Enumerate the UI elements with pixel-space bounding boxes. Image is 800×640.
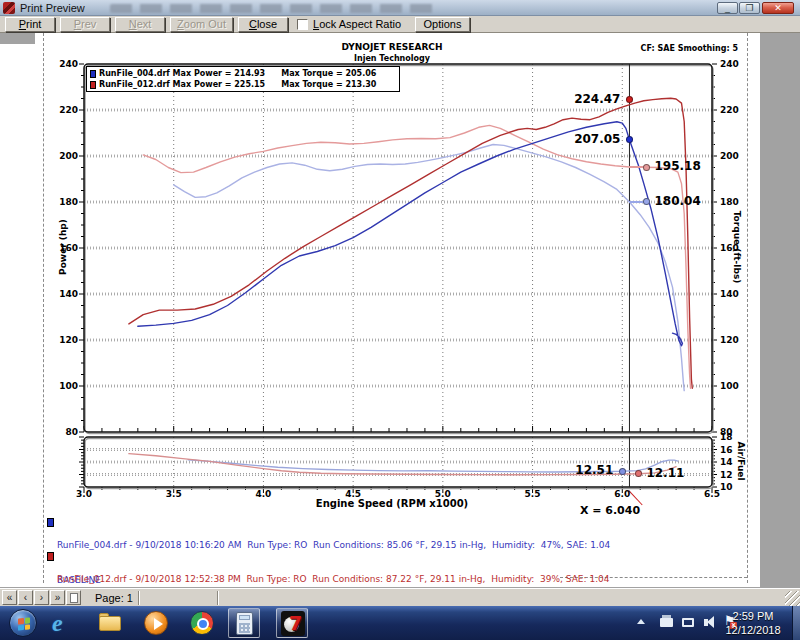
marker-value-label: 12.11: [646, 466, 712, 480]
statusbar: « ‹ › » Page: 1: [0, 588, 800, 606]
internet-explorer-icon[interactable]: e: [52, 611, 76, 635]
folder-body: [99, 616, 121, 631]
legend-text: RunFile_012.drf Max Power = 225.15Max To…: [99, 80, 376, 89]
report-page: DYNOJET RESEARCH Injen Technology CF: SA…: [0, 33, 760, 587]
first-page-button[interactable]: «: [2, 590, 17, 605]
marker-value-label: 224.47: [554, 92, 620, 106]
options-button[interactable]: Options: [415, 17, 470, 32]
marker-value-label: 12.51: [547, 463, 613, 477]
run2-conditions: RunFile_012.drf - 9/10/2018 12:52:38 PM …: [57, 574, 717, 586]
print-button[interactable]: Print: [5, 17, 55, 32]
titlebar: Print Preview _ ❐ ✕: [0, 0, 800, 16]
rpm-tick-label: 5.0: [429, 489, 457, 499]
marker-value-label: 207.05: [554, 132, 620, 146]
media-player-icon[interactable]: [144, 611, 168, 635]
tray-expand-icon[interactable]: [637, 619, 645, 624]
windows-logo-icon: [18, 617, 30, 630]
run1-color-chip: [47, 518, 54, 527]
play-glyph: [154, 618, 163, 630]
power-tick-label: 200: [50, 151, 78, 161]
show-desktop-button[interactable]: [792, 606, 800, 640]
airfuel-tick-label: 16: [720, 445, 748, 455]
page-icon: [70, 593, 78, 603]
rpm-tick-label: 5.5: [519, 489, 547, 499]
power-tick-label: 180: [50, 197, 78, 207]
close-preview-button[interactable]: Close: [238, 17, 288, 32]
legend-text: RunFile_004.drf Max Power = 214.93Max To…: [99, 69, 376, 78]
power-tick-label: 80: [50, 427, 78, 437]
maximize-button[interactable]: ❐: [739, 2, 760, 14]
power-torque-chart: [78, 64, 718, 438]
legend-row-baseline: RunFile_004.drf Max Power = 214.93Max To…: [90, 68, 396, 79]
page-number-label: Page: 1: [95, 592, 133, 604]
power-tick-label: 160: [50, 243, 78, 253]
dyno-app-taskbar-button[interactable]: 7: [276, 608, 308, 638]
chart-legend: RunFile_004.drf Max Power = 214.93Max To…: [86, 66, 400, 92]
close-window-button[interactable]: ✕: [762, 2, 794, 14]
curve-runfile-012-torque: [143, 125, 690, 388]
torque-tick-label: 160: [720, 243, 748, 253]
power-tick-label: 120: [50, 335, 78, 345]
title-document-name-blurred: [110, 4, 440, 13]
file-explorer-icon[interactable]: [98, 611, 122, 635]
minimize-button[interactable]: _: [717, 2, 738, 14]
legend-color-chip-blue: [90, 70, 96, 78]
legend-row-evo2200: RunFile_012.drf Max Power = 225.15Max To…: [90, 79, 396, 90]
last-page-button[interactable]: »: [50, 590, 65, 605]
rpm-tick-label: 6.5: [698, 489, 726, 499]
toolbar: Print Prev Next Zoom Out Close Lock Aspe…: [0, 16, 800, 33]
dyno-app-icon: 7: [281, 611, 305, 636]
network-tray-icon[interactable]: [682, 618, 694, 627]
rpm-tick-label: 3.0: [70, 489, 98, 499]
zoom-out-button[interactable]: Zoom Out: [170, 17, 233, 32]
next-page-button[interactable]: ›: [34, 590, 49, 605]
resize-grip[interactable]: [785, 591, 800, 606]
prev-button[interactable]: Prev: [60, 17, 110, 32]
rpm-tick-label: 6.0: [608, 489, 636, 499]
print-page-button[interactable]: [66, 590, 81, 605]
previous-page-button[interactable]: ‹: [18, 590, 33, 605]
airfuel-tick-label: 14: [720, 457, 748, 467]
volume-tray-icon-cone: [707, 616, 714, 628]
clock-time: 2:59 PM: [718, 609, 788, 623]
chrome-hub: [197, 618, 209, 630]
torque-tick-label: 220: [720, 105, 748, 115]
correction-factor-label: CF: SAE Smoothing: 5: [641, 44, 738, 53]
page-corner-gap: [0, 33, 35, 44]
lock-aspect-ratio-checkbox[interactable]: [297, 19, 308, 30]
legend-color-chip-red: [90, 81, 96, 89]
window-title: Print Preview: [20, 2, 85, 14]
taskbar: e 7 ⚑✕ 2:59 PM 12/12/2018: [0, 606, 800, 640]
airfuel-tick-label: 12: [720, 470, 748, 480]
power-tick-label: 220: [50, 105, 78, 115]
next-button[interactable]: Next: [115, 17, 165, 32]
power-tick-label: 240: [50, 59, 78, 69]
lock-aspect-ratio-label: Lock Aspect Ratio: [313, 18, 401, 31]
calculator-taskbar-button[interactable]: [228, 608, 260, 638]
chrome-icon[interactable]: [190, 611, 214, 635]
statusbar-separator: [138, 591, 140, 605]
marker-value-label: 195.18: [655, 159, 721, 173]
torque-tick-label: 200: [720, 151, 748, 161]
app-icon: [3, 2, 15, 14]
run1-conditions: RunFile_004.drf - 9/10/2018 10:16:20 AM …: [57, 540, 717, 552]
rpm-tick-label: 4.0: [249, 489, 277, 499]
run2-color-chip: [47, 552, 54, 561]
marker-dot: [643, 164, 650, 171]
screen: Print Preview _ ❐ ✕ Print Prev Next Zoom…: [0, 0, 800, 640]
start-button[interactable]: [9, 609, 37, 637]
rpm-tick-label: 4.5: [339, 489, 367, 499]
cursor-x-readout: X = 6.040: [570, 504, 650, 517]
torque-tick-label: 240: [720, 59, 748, 69]
statusbar-separator: [217, 591, 219, 605]
printer-tray-icon[interactable]: [660, 618, 673, 627]
torque-tick-label: 120: [720, 335, 748, 345]
torque-tick-label: 180: [720, 197, 748, 207]
clock-date: 12/12/2018: [718, 623, 788, 637]
marker-value-label: 180.04: [655, 194, 721, 208]
power-tick-label: 140: [50, 289, 78, 299]
marker-dot: [619, 468, 626, 475]
taskbar-clock[interactable]: 2:59 PM 12/12/2018: [718, 609, 788, 637]
power-tick-label: 100: [50, 381, 78, 391]
calculator-icon: [236, 612, 253, 635]
